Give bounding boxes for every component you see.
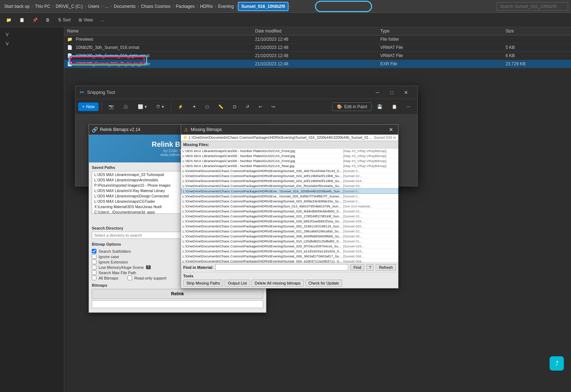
rotate-button[interactable]: ↺ bbox=[242, 102, 253, 111]
addr-chaos-cosmos[interactable]: Chaos Cosmos bbox=[140, 3, 172, 10]
copy-btn[interactable]: 📋 bbox=[16, 16, 28, 24]
missing-file-row[interactable]: L:\OneDrive\Documents\Chaos Cosmos\Packa… bbox=[181, 174, 398, 179]
close-button[interactable]: ✕ bbox=[399, 87, 413, 98]
addr-packages[interactable]: Packages bbox=[174, 3, 196, 10]
check-for-update-button[interactable]: Check for Update bbox=[305, 280, 342, 287]
save-button[interactable]: 💾 bbox=[373, 102, 386, 111]
missing-file-row[interactable]: L:\OneDrive\Documents\Chaos Cosmos\Packa… bbox=[181, 234, 398, 239]
missing-file-row[interactable]: L:\OneDrive\Documents\Chaos Cosmos\Packa… bbox=[181, 179, 398, 184]
missing-file-row[interactable]: L:\3DS MAX Libraries\maps\Cars\05 - Numb… bbox=[181, 149, 398, 154]
video-mode-button[interactable]: 🎥 bbox=[119, 102, 132, 111]
missing-file-row[interactable]: L:\OneDrive\Documents\Chaos Cosmos\Packa… bbox=[181, 199, 398, 204]
more-button[interactable]: ⋯ bbox=[402, 102, 415, 111]
addr-ellipsis[interactable]: ... bbox=[103, 3, 110, 10]
missing-file-row[interactable]: L:\OneDrive\Documents\Chaos Cosmos\Packa… bbox=[181, 259, 398, 263]
timer-button[interactable]: ⏱ ▾ bbox=[152, 102, 168, 111]
addr-documents[interactable]: Documents bbox=[112, 3, 137, 10]
copy-to-clipboard-button[interactable]: 📋 bbox=[388, 102, 401, 111]
missing-file-row[interactable]: L:\OneDrive\Documents\Chaos Cosmos\Packa… bbox=[181, 219, 398, 224]
toolbar-divider-2 bbox=[171, 102, 171, 111]
ruler-button[interactable]: 📏 bbox=[214, 102, 227, 111]
refresh-button[interactable]: Refresh bbox=[376, 264, 396, 271]
missing-file-row[interactable]: L:\3DS MAX Libraries\maps\Cars\05 - Numb… bbox=[181, 164, 398, 169]
camera-mode-button[interactable]: 📷 bbox=[105, 102, 118, 111]
addr-current-folder[interactable]: Sunset_016_10fdb2f0 bbox=[238, 2, 289, 11]
missing-files-list[interactable]: L:\3DS MAX Libraries\maps\Cars\05 - Numb… bbox=[181, 149, 398, 263]
missing-file-row[interactable]: L:\OneDrive\Documents\Chaos Cosmos\Packa… bbox=[181, 169, 398, 174]
relink-button[interactable]: Relink bbox=[92, 289, 263, 299]
addr-users[interactable]: Users bbox=[87, 3, 101, 10]
paste-btn[interactable]: 📌 bbox=[29, 16, 41, 24]
find-input[interactable] bbox=[215, 264, 348, 271]
col-date[interactable]: Date modified bbox=[255, 29, 380, 34]
missing-file-row[interactable]: L:\OneDrive\Documents\Chaos Cosmos\Packa… bbox=[181, 229, 398, 234]
maximize-button[interactable]: □ bbox=[385, 87, 399, 98]
sort-button[interactable]: ⇅ Sort bbox=[55, 16, 74, 24]
pen-tool-button[interactable]: ⚡ bbox=[174, 102, 187, 111]
table-row[interactable]: 📄 10fdb2f0_3dh_Sunset_016_light.vrmat 21… bbox=[64, 52, 571, 60]
view-button[interactable]: ⊞ View bbox=[75, 16, 96, 24]
missing-file-row[interactable]: L:\OneDrive\Documents\Chaos Cosmos\Packa… bbox=[181, 204, 398, 209]
addr-drive-c[interactable]: DRIVE_C (C:) bbox=[54, 3, 84, 10]
find-button[interactable]: Find bbox=[350, 264, 364, 271]
delete-btn[interactable]: 🗑 bbox=[42, 16, 53, 24]
teal-fab-button[interactable]: ⤴ bbox=[550, 356, 564, 371]
col-size[interactable]: Size bbox=[506, 29, 568, 34]
bitmaps-input[interactable] bbox=[92, 300, 263, 308]
edit-in-paint-button[interactable]: 🎨 Edit in Paint bbox=[332, 102, 372, 111]
missing-file-row[interactable]: L:\OneDrive\Documents\Chaos Cosmos\Packa… bbox=[181, 194, 398, 199]
missing-file-row[interactable]: L:\OneDrive\Documents\Chaos Cosmos\Packa… bbox=[181, 184, 398, 189]
search-input[interactable] bbox=[497, 2, 568, 11]
help-button[interactable]: ? bbox=[366, 264, 374, 271]
minimize-button[interactable]: ─ bbox=[370, 87, 385, 98]
missing-close-button[interactable]: ✕ bbox=[387, 126, 395, 133]
delete-all-missing-button[interactable]: Delete All missing bitmaps bbox=[251, 280, 304, 287]
addr-evening[interactable]: Evening bbox=[217, 3, 235, 10]
shape-button[interactable]: ⬜ ▾ bbox=[134, 102, 151, 111]
readonly-support-checkbox[interactable] bbox=[127, 276, 132, 280]
low-memory-label: Low Memory/Huge Scene bbox=[99, 265, 144, 270]
missing-ref: [Map #3_VRay:VRayBitmap] bbox=[343, 154, 397, 158]
missing-file-row[interactable]: L:\OneDrive\Documents\Chaos Cosmos\Packa… bbox=[181, 209, 398, 214]
search-max-filepath-checkbox[interactable] bbox=[92, 270, 96, 275]
missing-file-row-highlighted[interactable]: L:\OneDrive\Documents\Chaos Cosmos\Packa… bbox=[181, 189, 398, 194]
file-type: EXR File bbox=[380, 61, 506, 66]
missing-file-row[interactable]: L:\OneDrive\Documents\Chaos Cosmos\Packa… bbox=[181, 224, 398, 229]
addr-this-pc[interactable]: This PC bbox=[34, 3, 52, 10]
strip-missing-paths-button[interactable]: Strip Missing Paths bbox=[183, 280, 223, 287]
low-memory-checkbox[interactable] bbox=[92, 265, 96, 270]
col-name[interactable]: Name bbox=[67, 29, 255, 34]
sidebar-nav-item[interactable]: V bbox=[0, 30, 64, 39]
redo-button[interactable]: ↪ bbox=[267, 102, 279, 111]
undo-button[interactable]: ↩ bbox=[255, 102, 266, 111]
snipping-toolbar: + New 📷 🎥 ⬜ ▾ ⏱ ▾ ⚡ ✦ ◻ 📏 bbox=[75, 99, 417, 115]
new-folder-icon-btn[interactable]: 📁 bbox=[3, 16, 15, 24]
col-type[interactable]: Type bbox=[380, 29, 506, 34]
missing-ref: [Map #3_VRay:VRayBitmap] bbox=[343, 164, 397, 168]
addr-start-back-up[interactable]: Start back up bbox=[3, 3, 31, 10]
search-subfolders-checkbox[interactable] bbox=[92, 249, 96, 253]
table-row[interactable]: 📁 Previews 21/10/2023 12:48 File folder bbox=[64, 35, 571, 44]
missing-file-row[interactable]: L:\3DS MAX Libraries\maps\Cars\05 - Numb… bbox=[181, 154, 398, 159]
missing-file-row[interactable]: L:\OneDrive\Documents\Chaos Cosmos\Packa… bbox=[181, 244, 398, 249]
file-type: VRMAT File bbox=[380, 45, 506, 50]
ignore-extension-checkbox[interactable] bbox=[92, 260, 96, 264]
missing-ref: [Sunset 02... bbox=[343, 209, 397, 213]
sidebar-nav-item-2[interactable]: V bbox=[0, 39, 64, 49]
addr-hdris[interactable]: HDRIs bbox=[199, 3, 214, 10]
highlight-button[interactable]: ✦ bbox=[189, 102, 200, 111]
all-bitmaps-checkbox[interactable] bbox=[92, 276, 96, 280]
missing-file-row[interactable]: L:\OneDrive\Documents\Chaos Cosmos\Packa… bbox=[181, 249, 398, 254]
missing-file-row[interactable]: L:\3DS MAX Libraries\maps\Cars\05 - Numb… bbox=[181, 159, 398, 164]
table-row[interactable]: 📄 10fdb2f0_Sunset_016_7k_lin_sr_jb.exr 2… bbox=[64, 60, 571, 68]
new-button[interactable]: + New bbox=[78, 102, 99, 111]
output-list-button[interactable]: Output List bbox=[225, 280, 250, 287]
missing-file-row[interactable]: L:\OneDrive\Documents\Chaos Cosmos\Packa… bbox=[181, 239, 398, 244]
ignore-case-checkbox[interactable] bbox=[92, 254, 96, 259]
missing-file-row[interactable]: L:\OneDrive\Documents\Chaos Cosmos\Packa… bbox=[181, 214, 398, 219]
table-row[interactable]: 📄 10fdb2f0_3dh_Sunset_016.vrmat 21/10/20… bbox=[64, 44, 571, 52]
crop-button[interactable]: ⊡ bbox=[229, 102, 240, 111]
more-options-button[interactable]: ... bbox=[97, 16, 107, 24]
eraser-button[interactable]: ◻ bbox=[201, 102, 213, 111]
missing-file-row[interactable]: L:\OneDrive\Documents\Chaos Cosmos\Packa… bbox=[181, 254, 398, 259]
